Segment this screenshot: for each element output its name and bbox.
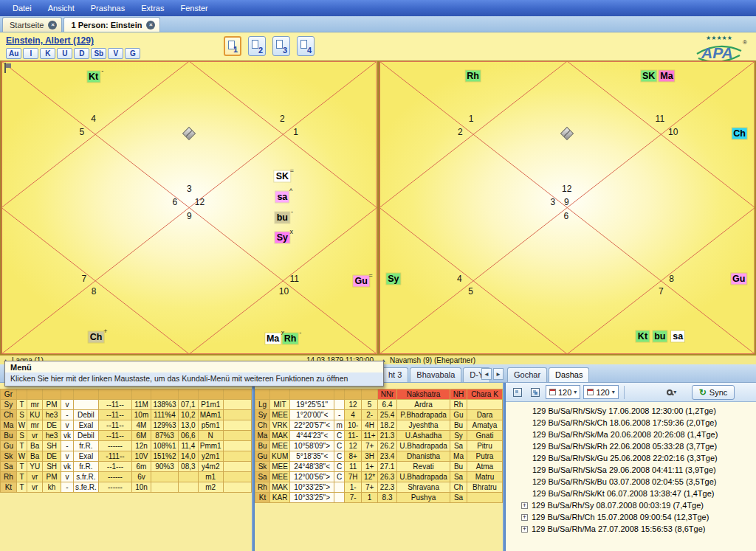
planet-bu[interactable]: bu	[653, 331, 667, 342]
menu-item-ansicht[interactable]: Ansicht	[40, 1, 83, 15]
dasha-entry[interactable]: 129 Bu/Sa/Rh/Sk/Ma 20.06.2008 20:26:08 (…	[506, 429, 756, 440]
dasha-entry-text: 129 Bu/Sa/Rh/Sk/Ma 20.06.2008 20:26:08 (…	[532, 430, 718, 439]
planet-Gu[interactable]: Gu=	[353, 275, 368, 286]
varga-button-v[interactable]: V	[108, 48, 123, 59]
dasha-entry[interactable]: 129 Bu/Sa/Rh/Sk/Bu 03.07.2008 02:04:55 (…	[506, 476, 756, 488]
planet-SK[interactable]: SK	[641, 70, 656, 81]
menu-item-fenster[interactable]: Fenster	[172, 1, 216, 15]
dasha-years-select-2[interactable]: 120 ▾	[583, 385, 618, 399]
chart-select-button-2[interactable]: 2	[248, 36, 266, 56]
bottom-tab-gochar[interactable]: Gochar	[507, 367, 547, 382]
table-row[interactable]: GuKUM5°18'35"<C8+3H23.4DhanisthaMaPutra	[255, 451, 503, 462]
planet-SK[interactable]: SK=	[275, 170, 290, 181]
table-row[interactable]: ChSKUhe3-Debil--11--10m111%410,2MAm1	[1, 410, 252, 420]
planet-Kt[interactable]: Kt-	[87, 72, 100, 83]
planet-Ma[interactable]: Ma	[659, 70, 674, 81]
planet-Sy[interactable]: Syx	[275, 232, 289, 243]
table-row[interactable]: LgMIT19°25'51"1256.4ArdraRh	[255, 400, 503, 410]
planet-Gu[interactable]: Gu	[731, 274, 746, 285]
planet-Ma[interactable]: Max	[265, 333, 281, 344]
planet-Rh[interactable]: Rh	[465, 70, 481, 81]
chart-select-button-3[interactable]: 3	[272, 36, 290, 56]
table-row[interactable]: KtTvrkh-s.fe.R.------10nm2	[1, 482, 252, 493]
table-row[interactable]: SaMEE12°00'56">C7H12*26.3U.BhadrapadaSaM…	[255, 472, 503, 482]
planet-Ch[interactable]: Ch+	[89, 331, 104, 342]
table-row[interactable]: BuSvrhe3vkDebil--11--6M87%306,6N	[1, 431, 252, 441]
chart-menu-icon[interactable]	[4, 63, 12, 74]
table-row[interactable]: SaTYUSHvkfr.R.--1---6m90%308,3y4m2	[1, 462, 252, 472]
bottom-tab-dashas[interactable]: Dashas	[549, 367, 589, 382]
table-row[interactable]: RhTvrPMvs.fr.R.------6vm1	[1, 472, 252, 482]
dasha-entry[interactable]: 129 Bu/Sa/Rh/Sk/Kt 06.07.2008 13:38:47 (…	[506, 488, 756, 499]
dasha-entry[interactable]: 129 Bu/Sa/Rh/Sk/Ch 18.06.2008 17:59:36 (…	[506, 417, 756, 429]
dasha-tree-view-icon[interactable]	[528, 385, 543, 400]
planet-bu[interactable]: bu-	[275, 212, 289, 223]
dasha-entry[interactable]: +129 Bu/Sa/Rh/Ch 15.07.2008 09:00:54 (12…	[506, 511, 756, 523]
varga-button-k[interactable]: K	[40, 48, 55, 59]
tab-1-person-einstein[interactable]: 1 Person: Einstein×	[63, 17, 160, 32]
cell: --11--	[98, 420, 131, 431]
person-link[interactable]: Einstein, Albert (129)	[6, 35, 94, 46]
dasha-tree-expand-icon[interactable]	[510, 385, 525, 400]
dasha-entry[interactable]: 129 Bu/Sa/Rh/Sk/Gu 25.06.2008 22:02:16 (…	[506, 452, 756, 464]
chart-select-button-4[interactable]: 4	[297, 36, 315, 56]
chart-navamsh[interactable]: RhSKMa121110Ch12396Sy4587GuKtbusa	[379, 61, 755, 354]
cell: 7+	[362, 482, 378, 493]
tab-close-icon[interactable]: ×	[146, 21, 155, 30]
column-header: NH	[450, 389, 467, 400]
dasha-entry[interactable]: +129 Bu/Sa/Rh/Ma 27.07.2008 15:56:53 (8,…	[506, 523, 756, 535]
dasha-entry[interactable]: +129 Bu/Sa/Rh/Sy 08.07.2008 00:03:19 (7,…	[506, 499, 756, 511]
planet-sa[interactable]: sa^	[275, 191, 289, 202]
dignity-mark: +	[103, 325, 107, 336]
table-row[interactable]: SkMEE24°48'38"<C111+27.1RevatiBuAtma	[255, 462, 503, 472]
sync-button[interactable]: ↻ Sync	[692, 385, 735, 400]
planet-Ch[interactable]: Ch	[732, 128, 747, 139]
menu-item-extras[interactable]: Extras	[133, 1, 172, 15]
planet-sa[interactable]: sa	[671, 331, 684, 342]
dasha-years-select-1[interactable]: 120 ▾	[546, 385, 580, 399]
dasha-entry[interactable]: 129 Bu/Sa/Rh/Sk/Rh 22.06.2008 05:33:28 (…	[506, 440, 756, 452]
dasha-entry[interactable]: 129 Bu/Sa/Rh/Sk/Sy 17.06.2008 12:30:00 (…	[506, 405, 756, 417]
expand-icon[interactable]: +	[521, 514, 528, 521]
table-row[interactable]: SkWBaDEvExal-111--10V151%214,0y2m1	[1, 451, 252, 462]
dasha-entry[interactable]: 129 Bu/Sa/Rh/Sk/Sa 29.06.2008 04:41:11 (…	[506, 464, 756, 476]
varga-button-sb[interactable]: Sb	[91, 48, 106, 59]
varga-button-g[interactable]: G	[125, 48, 140, 59]
cell: 13,0	[178, 420, 198, 431]
dasha-entry-text: 129 Bu/Sa/Rh/Sk/Ch 18.06.2008 17:59:36 (…	[532, 418, 717, 427]
chart-lagna[interactable]: Kt-452136129SK=sa^bu-Syx781110Gu=Ch+MaxR…	[1, 61, 377, 354]
cell: m2	[198, 482, 223, 493]
expand-icon[interactable]: +	[521, 502, 528, 509]
varga-button-u[interactable]: U	[57, 48, 72, 59]
table-row[interactable]: MaMAK4°44'23"<C11-11+21.3U.AshadhaSyGnat…	[255, 431, 503, 441]
tabs-prev-button[interactable]: ◄	[481, 368, 492, 380]
table-row[interactable]: GuTBaSH-fr.R.------12n108%111,4Pmm1	[1, 441, 252, 451]
tab-close-icon[interactable]: ×	[48, 21, 57, 30]
menu-item-prashnas[interactable]: Prashnas	[83, 1, 133, 15]
cell: Sa	[255, 472, 270, 482]
table-row[interactable]: ChVRK22°20'57"<m10-4H18.2JyeshthaBuAmaty…	[255, 420, 503, 431]
table-row[interactable]: RhMAK10°33'25">1-7+22.3ShravanaChBhratru	[255, 482, 503, 493]
tabs-next-button[interactable]: ►	[493, 368, 504, 380]
planet-Rh[interactable]: Rh-	[283, 333, 298, 344]
table-row[interactable]: KtKAR10°33'25">7-18.3PushyaSa	[255, 493, 503, 503]
expand-icon[interactable]: +	[521, 526, 528, 533]
cell: he3	[43, 410, 61, 420]
planet-Sy[interactable]: Sy	[386, 273, 400, 284]
varga-button-au[interactable]: Au	[6, 48, 21, 59]
dasha-entry-text: 129 Bu/Sa/Rh/Sy 08.07.2008 00:03:19 (7,4…	[532, 501, 704, 510]
table-row[interactable]: SyMEE1°20'00"<-42-25.4P.BhadrapadaGuDara	[255, 410, 503, 420]
bottom-tab-ht-3[interactable]: ht 3	[382, 367, 408, 382]
chart-select-button-1[interactable]: 1	[224, 36, 241, 56]
cell: Sy	[450, 431, 467, 441]
varga-button-d[interactable]: D	[74, 48, 89, 59]
dasha-search-button[interactable]: ▾	[661, 385, 683, 400]
varga-button-i[interactable]: I	[23, 48, 38, 59]
table-row[interactable]: MaWmrDEvExal--11--4M129%313,0p5m1	[1, 420, 252, 431]
table-row[interactable]: SyTmrPMv--11--11M138%307,1P1m1	[1, 400, 252, 410]
bottom-tab-bhavabala[interactable]: Bhavabala	[410, 367, 461, 382]
menu-item-datei[interactable]: Datei	[4, 1, 40, 15]
table-row[interactable]: BuMEE10°58'09">C127+26.2U.BhadrapadaSaPi…	[255, 441, 503, 451]
planet-Kt[interactable]: Kt	[636, 331, 649, 342]
tab-startseite[interactable]: Startseite×	[2, 17, 62, 32]
